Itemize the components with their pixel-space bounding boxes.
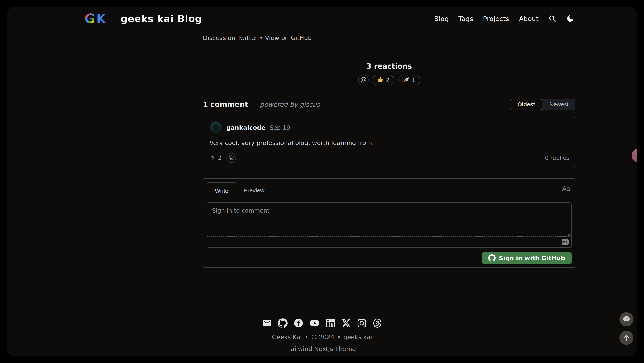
tab-write[interactable]: Write bbox=[207, 182, 236, 199]
reactions-section: 3 reactions bbox=[203, 62, 576, 85]
nav-item-blog[interactable]: Blog bbox=[434, 15, 449, 23]
upvote-count: 2 bbox=[218, 155, 221, 161]
github-icon[interactable] bbox=[278, 318, 288, 328]
comment-add-reaction-button[interactable] bbox=[226, 153, 236, 163]
add-reaction-button[interactable] bbox=[358, 75, 369, 85]
footer-dot: • bbox=[337, 334, 340, 341]
sign-in-github-button[interactable]: Sign in with GitHub bbox=[482, 252, 572, 264]
view-github-link[interactable]: View on GitHub bbox=[265, 34, 312, 41]
footer-site-link[interactable]: Geeks Kai bbox=[272, 334, 302, 341]
reaction-rocket[interactable]: 1 bbox=[398, 75, 420, 85]
link-separator: • bbox=[260, 34, 263, 41]
nav-item-tags[interactable]: Tags bbox=[458, 15, 473, 23]
footer-credits: Geeks Kai•© 2024•geeks kai bbox=[7, 334, 637, 341]
sign-in-github-label: Sign in with GitHub bbox=[499, 255, 565, 262]
site-logo[interactable]: G K bbox=[84, 12, 105, 25]
logo-k-icon: K bbox=[96, 13, 105, 24]
editor-box: M↓ bbox=[206, 202, 572, 248]
theme-toggle-button[interactable] bbox=[566, 14, 574, 23]
github-icon bbox=[488, 254, 496, 262]
text-style-toggle[interactable]: Aa bbox=[562, 185, 570, 192]
moon-icon bbox=[566, 14, 574, 23]
footer-author-link[interactable]: geeks kai bbox=[344, 334, 372, 341]
nav-item-about[interactable]: About bbox=[519, 15, 538, 23]
youtube-icon[interactable] bbox=[310, 319, 320, 328]
reactions-heading: 3 reactions bbox=[203, 62, 576, 70]
site-header: G K geeks kai Blog Blog Tags Projects Ab… bbox=[84, 10, 574, 27]
tab-preview[interactable]: Preview bbox=[236, 182, 272, 199]
reactions-row: 2 1 bbox=[203, 75, 576, 85]
sort-oldest-button[interactable]: Oldest bbox=[510, 99, 542, 110]
x-icon[interactable] bbox=[342, 319, 351, 328]
mail-icon[interactable] bbox=[262, 319, 272, 328]
threads-icon[interactable] bbox=[373, 319, 382, 328]
reaction-thumbs-up-count: 2 bbox=[386, 77, 389, 83]
composer-actions: Sign in with GitHub bbox=[203, 248, 575, 264]
smiley-icon bbox=[228, 155, 234, 161]
replies-count: 0 replies bbox=[545, 155, 569, 161]
comment-composer: Write Preview Aa M↓ bbox=[203, 178, 576, 268]
comment-author[interactable]: gankaicode bbox=[226, 124, 265, 131]
footer-theme-credit: Tailwind Nextjs Theme bbox=[7, 345, 637, 352]
divider bbox=[203, 51, 576, 52]
comment-date[interactable]: Sep 19 bbox=[270, 124, 290, 131]
search-button[interactable] bbox=[548, 15, 556, 23]
comment-body: Very cool, very professional blog, worth… bbox=[210, 139, 569, 146]
footer-copyright: © 2024 bbox=[311, 334, 334, 341]
reaction-thumbs-up[interactable]: 2 bbox=[372, 75, 394, 85]
smiley-icon bbox=[360, 77, 366, 83]
post-discussion-links: Discuss on Twitter•View on GitHub bbox=[203, 34, 576, 41]
markdown-icon[interactable]: M↓ bbox=[562, 240, 569, 245]
powered-by-giscus: — powered by giscus bbox=[251, 101, 320, 108]
social-links bbox=[7, 318, 637, 328]
comment-input[interactable] bbox=[207, 203, 571, 236]
site-title[interactable]: geeks kai Blog bbox=[120, 13, 202, 24]
footer-dot: • bbox=[304, 334, 308, 341]
facebook-icon[interactable] bbox=[294, 319, 303, 328]
site-footer: Geeks Kai•© 2024•geeks kai Tailwind Next… bbox=[7, 318, 637, 352]
main-nav: Blog Tags Projects About bbox=[434, 14, 574, 23]
theme-credit-link[interactable]: Tailwind Nextjs Theme bbox=[288, 345, 356, 352]
rocket-emoji-icon bbox=[404, 77, 409, 83]
up-arrow-icon bbox=[622, 334, 630, 342]
resize-grip-icon[interactable] bbox=[566, 232, 570, 237]
upvote-button[interactable]: 2 bbox=[210, 155, 221, 161]
linkedin-icon[interactable] bbox=[326, 319, 335, 328]
search-icon bbox=[548, 15, 556, 23]
comment-foot: 2 0 replies bbox=[210, 153, 569, 163]
comments-scroll-button[interactable] bbox=[620, 312, 634, 326]
instagram-icon[interactable] bbox=[357, 319, 366, 328]
discuss-twitter-link[interactable]: Discuss on Twitter bbox=[203, 34, 258, 41]
sort-newest-button[interactable]: Newest bbox=[542, 99, 576, 110]
up-arrow-icon bbox=[210, 155, 215, 161]
avatar[interactable] bbox=[210, 121, 222, 134]
svg-text:M↓: M↓ bbox=[562, 240, 568, 244]
editor-footer: M↓ bbox=[207, 236, 571, 248]
chat-bubble-icon bbox=[622, 315, 630, 324]
thumbs-up-emoji-icon bbox=[378, 77, 384, 83]
nav-item-projects[interactable]: Projects bbox=[483, 15, 509, 23]
comments-count: 1 comment bbox=[203, 100, 248, 109]
page-surface: G K geeks kai Blog Blog Tags Projects Ab… bbox=[7, 7, 637, 356]
reaction-rocket-count: 1 bbox=[412, 77, 415, 83]
floating-side-widget[interactable] bbox=[632, 149, 637, 162]
sort-toggle: Oldest Newest bbox=[510, 99, 576, 110]
comment-head: gankaicode Sep 19 bbox=[210, 121, 569, 134]
comment-card: gankaicode Sep 19 Very cool, very profes… bbox=[203, 117, 576, 167]
composer-tabbar: Write Preview Aa bbox=[203, 179, 575, 199]
scroll-to-top-button[interactable] bbox=[620, 331, 634, 345]
logo-g-icon: G bbox=[84, 12, 95, 25]
comments-header: 1 comment — powered by giscus Oldest New… bbox=[203, 99, 576, 110]
